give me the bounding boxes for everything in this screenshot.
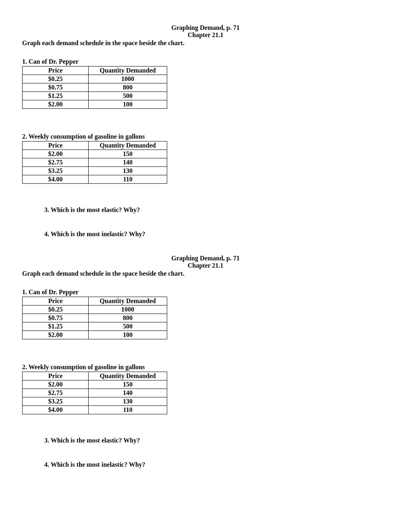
question-3-2: 3. Which is the most elastic? Why? xyxy=(44,437,389,444)
col-header-qty: Quantity Demanded xyxy=(89,141,167,150)
cell-price: $2.75 xyxy=(23,389,89,397)
cell-qty: 800 xyxy=(89,314,167,322)
page-instruction-2: Graph each demand schedule in the space … xyxy=(22,270,389,277)
table-header-row: Price Quantity Demanded xyxy=(23,372,167,380)
table-row: $3.25 130 xyxy=(23,167,167,175)
cell-qty: 500 xyxy=(89,92,167,100)
cell-qty: 100 xyxy=(89,331,167,339)
table-row: $0.25 1000 xyxy=(23,305,167,314)
cell-qty: 130 xyxy=(89,167,167,175)
cell-qty: 140 xyxy=(89,389,167,397)
section-1-title-2: 1. Can of Dr. Pepper xyxy=(22,289,389,296)
cell-qty: 100 xyxy=(89,100,167,109)
table-row: $1.25 500 xyxy=(23,92,167,100)
cell-qty: 140 xyxy=(89,158,167,167)
table-row: $2.75 140 xyxy=(23,158,167,167)
cell-price: $4.00 xyxy=(23,175,89,184)
table-gasoline: Price Quantity Demanded $2.00 150 $2.75 … xyxy=(22,141,167,184)
cell-price: $0.75 xyxy=(23,83,89,92)
cell-price: $1.25 xyxy=(23,322,89,331)
worksheet-page: Graphing Demand, p. 71 Chapter 21.1 Grap… xyxy=(0,0,411,484)
cell-price: $0.25 xyxy=(23,305,89,314)
table-header-row: Price Quantity Demanded xyxy=(23,141,167,150)
cell-price: $0.75 xyxy=(23,314,89,322)
cell-qty: 110 xyxy=(89,406,167,414)
col-header-qty: Quantity Demanded xyxy=(89,297,167,305)
table-row: $2.00 150 xyxy=(23,380,167,389)
cell-price: $3.25 xyxy=(23,397,89,406)
table-row: $0.75 800 xyxy=(23,83,167,92)
section-2-title-2: 2. Weekly consumption of gasoline in gal… xyxy=(22,364,389,371)
cell-qty: 110 xyxy=(89,175,167,184)
cell-price: $3.25 xyxy=(23,167,89,175)
table-gasoline-2: Price Quantity Demanded $2.00 150 $2.75 … xyxy=(22,372,167,414)
table-header-row: Price Quantity Demanded xyxy=(23,297,167,305)
table-row: $0.25 1000 xyxy=(23,75,167,83)
question-3: 3. Which is the most elastic? Why? xyxy=(44,206,389,214)
table-row: $2.00 100 xyxy=(23,100,167,109)
cell-qty: 500 xyxy=(89,322,167,331)
table-row: $2.00 150 xyxy=(23,150,167,158)
table-row: $0.75 800 xyxy=(23,314,167,322)
col-header-qty: Quantity Demanded xyxy=(89,66,167,75)
cell-qty: 150 xyxy=(89,150,167,158)
cell-qty: 1000 xyxy=(89,305,167,314)
cell-price: $4.00 xyxy=(23,406,89,414)
table-row: $4.00 110 xyxy=(23,175,167,184)
question-4: 4. Which is the most inelastic? Why? xyxy=(44,231,389,238)
cell-qty: 1000 xyxy=(89,75,167,83)
col-header-price: Price xyxy=(23,372,89,380)
table-row: $2.75 140 xyxy=(23,389,167,397)
table-dr-pepper-2: Price Quantity Demanded $0.25 1000 $0.75… xyxy=(22,297,167,339)
page-subtitle-2: Chapter 21.1 xyxy=(22,262,389,269)
cell-price: $2.00 xyxy=(23,380,89,389)
cell-qty: 800 xyxy=(89,83,167,92)
page-instruction: Graph each demand schedule in the space … xyxy=(22,39,389,47)
table-row: $4.00 110 xyxy=(23,406,167,414)
question-4-2: 4. Which is the most inelastic? Why? xyxy=(44,461,389,468)
cell-qty: 130 xyxy=(89,397,167,406)
cell-price: $1.25 xyxy=(23,92,89,100)
cell-price: $2.00 xyxy=(23,331,89,339)
cell-price: $2.00 xyxy=(23,100,89,109)
cell-price: $2.75 xyxy=(23,158,89,167)
col-header-price: Price xyxy=(23,66,89,75)
table-row: $1.25 500 xyxy=(23,322,167,331)
section-2-title: 2. Weekly consumption of gasoline in gal… xyxy=(22,133,389,140)
cell-price: $0.25 xyxy=(23,75,89,83)
page-title-2: Graphing Demand, p. 71 xyxy=(22,255,389,262)
table-row: $3.25 130 xyxy=(23,397,167,406)
cell-price: $2.00 xyxy=(23,150,89,158)
table-dr-pepper: Price Quantity Demanded $0.25 1000 $0.75… xyxy=(22,66,167,109)
col-header-price: Price xyxy=(23,141,89,150)
table-header-row: Price Quantity Demanded xyxy=(23,66,167,75)
section-1-title: 1. Can of Dr. Pepper xyxy=(22,58,389,65)
page-subtitle: Chapter 21.1 xyxy=(22,31,389,39)
col-header-qty: Quantity Demanded xyxy=(89,372,167,380)
cell-qty: 150 xyxy=(89,380,167,389)
col-header-price: Price xyxy=(23,297,89,305)
table-row: $2.00 100 xyxy=(23,331,167,339)
page-title: Graphing Demand, p. 71 xyxy=(22,24,389,31)
